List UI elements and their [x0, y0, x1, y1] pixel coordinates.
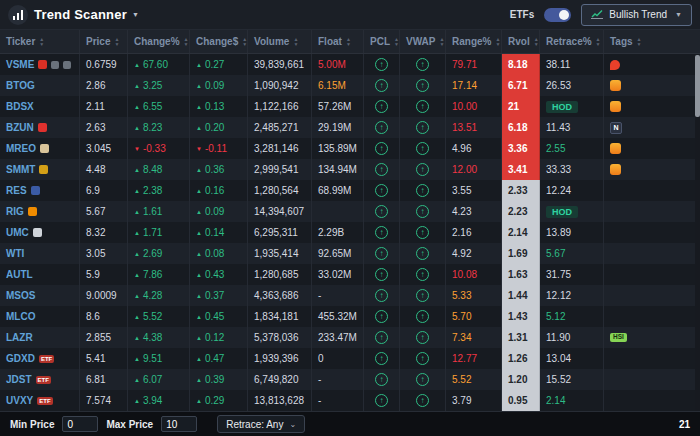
range-percent-value: 12.00 [452, 164, 477, 175]
column-label: Ticker [6, 36, 35, 47]
table-row-bzun[interactable]: BZUN2.63▲8.23▲0.202,485,27129.19M↑↑13.51… [0, 117, 700, 138]
tags-cell [604, 75, 700, 96]
column-header-float[interactable]: Float▲▼ [312, 30, 364, 53]
change-percent-cell: ▲8.23 [128, 117, 190, 138]
table-row-mlco[interactable]: MLCO8.6▲5.52▲0.451,834,181455.32M↑↑5.701… [0, 306, 700, 327]
sort-icon[interactable]: ▲▼ [534, 37, 539, 46]
ticker-symbol[interactable]: MLCO [6, 311, 35, 322]
ticker-symbol[interactable]: RES [6, 185, 27, 196]
sort-icon[interactable]: ▲▼ [293, 37, 298, 46]
sort-icon[interactable]: ▲▼ [39, 37, 44, 46]
ticker-symbol[interactable]: AUTL [6, 269, 33, 280]
column-header-tags[interactable]: Tags▲▼ [604, 30, 700, 53]
table-row-lazr[interactable]: LAZR2.855▲4.38▲0.125,378,036233.47M↑↑7.3… [0, 327, 700, 348]
ticker-cell: GDXDETF [0, 348, 80, 369]
table-row-gdxd[interactable]: GDXDETF5.41▲9.51▲0.471,939,3960↑↑12.771.… [0, 348, 700, 369]
column-header-retrace[interactable]: Retrace%▲▼ [540, 30, 604, 53]
ticker-symbol[interactable]: WTI [6, 248, 24, 259]
max-price-input[interactable] [161, 416, 197, 432]
ticker-symbol[interactable]: MREO [6, 143, 36, 154]
sort-icon[interactable]: ▲▼ [184, 37, 189, 46]
table-row-wti[interactable]: WTI3.05▲2.69▲0.081,935,41492.65M↑↑4.921.… [0, 243, 700, 264]
ticker-symbol[interactable]: BZUN [6, 122, 34, 133]
sort-icon[interactable]: ▲▼ [495, 37, 500, 46]
sort-icon[interactable]: ▲▼ [637, 37, 642, 46]
etfs-toggle[interactable] [544, 8, 571, 22]
table-row-umc[interactable]: UMC8.32▲1.71▲0.146,295,3112.29B↑↑2.162.1… [0, 222, 700, 243]
ticker-symbol[interactable]: UVXY [6, 395, 33, 406]
trend-selector[interactable]: Bullish Trend ▼ [581, 4, 692, 26]
ticker-symbol[interactable]: SMMT [6, 164, 35, 175]
change-value-wrap: ▲1.61 [134, 206, 162, 217]
table-row-mreo[interactable]: MREO3.045▼-0.33▼-0.113,281,146135.89M↑↑4… [0, 138, 700, 159]
title-dropdown-caret-icon[interactable]: ▼ [132, 11, 139, 18]
ticker-symbol[interactable]: JDST [6, 374, 32, 385]
table-row-vsme[interactable]: VSME0.6759▲67.60▲0.2739,839,6615.00M↑↑79… [0, 54, 700, 75]
scrollbar-thumb[interactable] [695, 55, 700, 117]
vertical-scrollbar[interactable] [695, 55, 700, 411]
float-value: 33.02M [318, 269, 351, 280]
vwap-cell: ↑ [400, 348, 446, 369]
ticker-symbol[interactable]: MSOS [6, 290, 35, 301]
table-row-res[interactable]: RES6.9▲2.38▲0.161,280,56468.99M↑↑3.552.3… [0, 180, 700, 201]
ticker-symbol[interactable]: GDXD [6, 353, 35, 364]
sort-icon[interactable]: ▲▼ [114, 37, 119, 46]
table-row-smmt[interactable]: SMMT4.48▲8.48▲0.362,999,541134.94M↑↑12.0… [0, 159, 700, 180]
column-header-vwap[interactable]: VWAP▲▼ [400, 30, 446, 53]
change-value-wrap: ▲0.09 [196, 206, 224, 217]
retrace-filter-dropdown[interactable]: Retrace: Any ⌄ [217, 415, 305, 433]
change-value-wrap: ▼-0.11 [196, 143, 227, 154]
min-price-input[interactable] [62, 416, 98, 432]
change-value-wrap: ▲0.39 [196, 374, 224, 385]
change-value-wrap: ▲6.07 [134, 374, 162, 385]
range-percent-cell: 79.71 [446, 54, 502, 75]
rvol-cell: 8.18 [502, 54, 540, 75]
table-row-jdst[interactable]: JDSTETF6.81▲6.07▲0.396,749,820-↑↑5.521.2… [0, 369, 700, 390]
ticker-symbol[interactable]: RIG [6, 206, 24, 217]
ticker-cell: RIG [0, 201, 80, 222]
fire-tag-icon [610, 164, 621, 175]
price-cell: 8.6 [80, 306, 128, 327]
sort-icon[interactable]: ▲▼ [394, 37, 399, 46]
price-value: 5.41 [86, 353, 105, 364]
float-cell: 33.02M [312, 264, 364, 285]
column-header-pcl[interactable]: PCL▲▼ [364, 30, 400, 53]
sort-icon[interactable]: ▲▼ [242, 37, 247, 46]
table-row-bdsx[interactable]: BDSX2.11▲6.55▲0.131,122,16657.26M↑↑10.00… [0, 96, 700, 117]
retrace-value: 11.43 [546, 122, 570, 133]
price-value: 8.32 [86, 227, 105, 238]
rvol-cell: 1.63 [502, 264, 540, 285]
price-value: 5.67 [86, 206, 105, 217]
column-header-volume[interactable]: Volume▲▼ [248, 30, 312, 53]
sort-icon[interactable]: ▲▼ [596, 37, 601, 46]
sort-icon[interactable]: ▲▼ [346, 37, 351, 46]
sort-icon[interactable]: ▲▼ [439, 37, 444, 46]
ticker-cell: BTOG [0, 75, 80, 96]
price-above-indicator-icon: ↑ [375, 163, 388, 176]
column-header-chg_usd[interactable]: Change$▲▼ [190, 30, 248, 53]
table-row-autl[interactable]: AUTL5.9▲7.86▲0.431,280,68533.02M↑↑10.081… [0, 264, 700, 285]
retrace-cell: 5.67 [540, 243, 604, 264]
price-cell: 2.855 [80, 327, 128, 348]
column-header-rvol[interactable]: Rvol▲▼ [502, 30, 540, 53]
column-header-chg_pct[interactable]: Change%▲▼ [128, 30, 190, 53]
table-row-btog[interactable]: BTOG2.86▲3.25▲0.091,090,9426.15M↑↑17.146… [0, 75, 700, 96]
ticker-symbol[interactable]: UMC [6, 227, 29, 238]
column-header-ticker[interactable]: Ticker▲▼ [0, 30, 80, 53]
column-header-range[interactable]: Range%▲▼ [446, 30, 502, 53]
ticker-symbol[interactable]: BTOG [6, 80, 35, 91]
volume-value: 39,839,661 [254, 59, 304, 70]
range-percent-cell: 10.08 [446, 264, 502, 285]
table-row-uvxy[interactable]: UVXYETF7.574▲3.94▲0.2913,813,628-↑↑3.790… [0, 390, 700, 411]
ticker-symbol[interactable]: VSME [6, 59, 34, 70]
max-price-label: Max Price [106, 419, 153, 430]
volume-cell: 1,834,181 [248, 306, 312, 327]
vwap-cell: ↑ [400, 390, 446, 411]
ticker-symbol[interactable]: LAZR [6, 332, 33, 343]
price-above-indicator-icon: ↑ [375, 142, 388, 155]
ticker-symbol[interactable]: BDSX [6, 101, 34, 112]
table-row-rig[interactable]: RIG5.67▲1.61▲0.0914,394,607↑↑4.232.23HOD [0, 201, 700, 222]
table-row-msos[interactable]: MSOS9.0009▲4.28▲0.374,363,686-↑↑5.331.44… [0, 285, 700, 306]
change-value-wrap: ▲1.71 [134, 227, 162, 238]
column-header-price[interactable]: Price▲▼ [80, 30, 128, 53]
